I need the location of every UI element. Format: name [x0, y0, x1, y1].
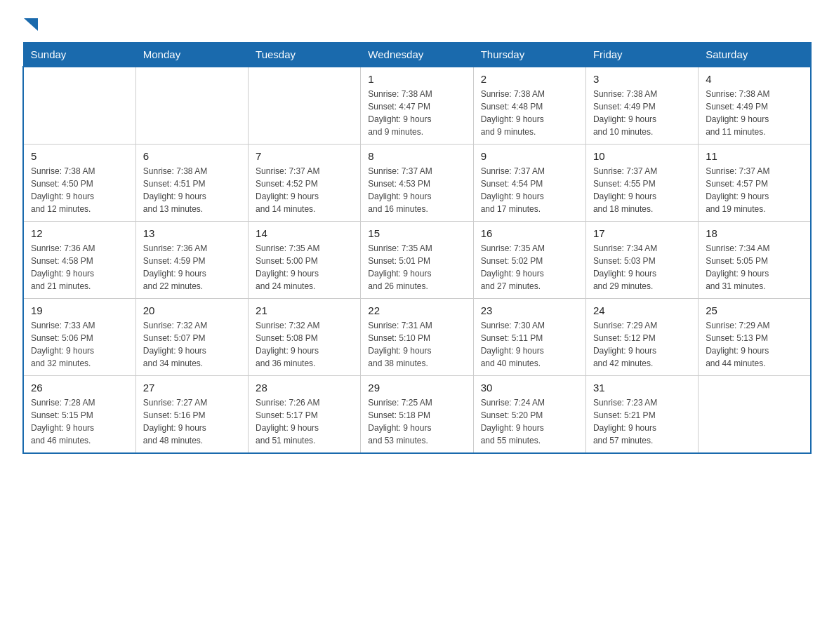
calendar-cell: 30Sunrise: 7:24 AM Sunset: 5:20 PM Dayli… [473, 376, 585, 454]
weekday-header-saturday: Saturday [699, 43, 811, 67]
day-info: Sunrise: 7:38 AM Sunset: 4:51 PM Dayligh… [143, 165, 241, 215]
day-info: Sunrise: 7:29 AM Sunset: 5:13 PM Dayligh… [706, 319, 803, 370]
day-number: 9 [481, 150, 578, 162]
calendar-cell: 20Sunrise: 7:32 AM Sunset: 5:07 PM Dayli… [135, 299, 248, 376]
day-info: Sunrise: 7:30 AM Sunset: 5:11 PM Dayligh… [481, 319, 578, 370]
calendar-cell: 22Sunrise: 7:31 AM Sunset: 5:10 PM Dayli… [361, 299, 473, 376]
day-info: Sunrise: 7:37 AM Sunset: 4:54 PM Dayligh… [481, 165, 578, 215]
day-number: 18 [706, 227, 803, 239]
calendar-cell: 6Sunrise: 7:38 AM Sunset: 4:51 PM Daylig… [135, 145, 248, 222]
day-number: 2 [481, 73, 578, 85]
day-number: 24 [593, 304, 691, 316]
weekday-header-thursday: Thursday [473, 43, 585, 67]
calendar-cell: 5Sunrise: 7:38 AM Sunset: 4:50 PM Daylig… [23, 145, 135, 222]
calendar-cell: 14Sunrise: 7:35 AM Sunset: 5:00 PM Dayli… [249, 222, 361, 299]
day-info: Sunrise: 7:35 AM Sunset: 5:01 PM Dayligh… [368, 242, 465, 293]
day-info: Sunrise: 7:23 AM Sunset: 5:21 PM Dayligh… [593, 396, 691, 447]
calendar-cell: 2Sunrise: 7:38 AM Sunset: 4:48 PM Daylig… [473, 67, 585, 145]
calendar-cell: 15Sunrise: 7:35 AM Sunset: 5:01 PM Dayli… [361, 222, 473, 299]
calendar-cell: 19Sunrise: 7:33 AM Sunset: 5:06 PM Dayli… [23, 299, 135, 376]
weekday-header-monday: Monday [135, 43, 248, 67]
day-number: 1 [368, 73, 465, 85]
calendar-cell: 8Sunrise: 7:37 AM Sunset: 4:53 PM Daylig… [361, 145, 473, 222]
calendar-cell: 11Sunrise: 7:37 AM Sunset: 4:57 PM Dayli… [699, 145, 811, 222]
calendar-cell [135, 67, 248, 145]
day-number: 4 [706, 73, 803, 85]
calendar-cell: 18Sunrise: 7:34 AM Sunset: 5:05 PM Dayli… [699, 222, 811, 299]
day-info: Sunrise: 7:32 AM Sunset: 5:07 PM Dayligh… [143, 319, 241, 370]
day-number: 26 [31, 382, 128, 394]
calendar-week-row: 12Sunrise: 7:36 AM Sunset: 4:58 PM Dayli… [23, 222, 811, 299]
day-number: 31 [593, 382, 691, 394]
day-number: 15 [368, 227, 465, 239]
calendar-cell: 24Sunrise: 7:29 AM Sunset: 5:12 PM Dayli… [585, 299, 698, 376]
calendar-cell: 3Sunrise: 7:38 AM Sunset: 4:49 PM Daylig… [585, 67, 698, 145]
calendar-cell: 12Sunrise: 7:36 AM Sunset: 4:58 PM Dayli… [23, 222, 135, 299]
day-number: 28 [256, 382, 353, 394]
calendar-cell: 28Sunrise: 7:26 AM Sunset: 5:17 PM Dayli… [249, 376, 361, 454]
calendar-cell: 13Sunrise: 7:36 AM Sunset: 4:59 PM Dayli… [135, 222, 248, 299]
calendar-cell: 7Sunrise: 7:37 AM Sunset: 4:52 PM Daylig… [249, 145, 361, 222]
header [22, 17, 812, 31]
day-info: Sunrise: 7:29 AM Sunset: 5:12 PM Dayligh… [593, 319, 691, 370]
weekday-header-row: SundayMondayTuesdayWednesdayThursdayFrid… [23, 43, 811, 67]
calendar-cell: 27Sunrise: 7:27 AM Sunset: 5:16 PM Dayli… [135, 376, 248, 454]
calendar-cell: 26Sunrise: 7:28 AM Sunset: 5:15 PM Dayli… [23, 376, 135, 454]
day-number: 14 [256, 227, 353, 239]
calendar-cell [23, 67, 135, 145]
logo-arrow-icon [24, 18, 38, 31]
day-info: Sunrise: 7:37 AM Sunset: 4:52 PM Dayligh… [256, 165, 353, 215]
day-number: 6 [143, 150, 241, 162]
weekday-header-wednesday: Wednesday [361, 43, 473, 67]
day-info: Sunrise: 7:37 AM Sunset: 4:57 PM Dayligh… [706, 165, 803, 215]
calendar-cell: 29Sunrise: 7:25 AM Sunset: 5:18 PM Dayli… [361, 376, 473, 454]
day-number: 8 [368, 150, 465, 162]
day-number: 13 [143, 227, 241, 239]
calendar-week-row: 5Sunrise: 7:38 AM Sunset: 4:50 PM Daylig… [23, 145, 811, 222]
day-number: 25 [706, 304, 803, 316]
day-number: 29 [368, 382, 465, 394]
calendar-table: SundayMondayTuesdayWednesdayThursdayFrid… [22, 42, 812, 454]
day-number: 22 [368, 304, 465, 316]
day-number: 23 [481, 304, 578, 316]
svg-marker-0 [24, 18, 38, 31]
day-number: 11 [706, 150, 803, 162]
calendar-cell: 9Sunrise: 7:37 AM Sunset: 4:54 PM Daylig… [473, 145, 585, 222]
day-number: 10 [593, 150, 691, 162]
day-info: Sunrise: 7:25 AM Sunset: 5:18 PM Dayligh… [368, 396, 465, 447]
day-number: 3 [593, 73, 691, 85]
calendar-cell: 16Sunrise: 7:35 AM Sunset: 5:02 PM Dayli… [473, 222, 585, 299]
day-info: Sunrise: 7:38 AM Sunset: 4:50 PM Dayligh… [31, 165, 128, 215]
calendar-week-row: 26Sunrise: 7:28 AM Sunset: 5:15 PM Dayli… [23, 376, 811, 454]
day-info: Sunrise: 7:34 AM Sunset: 5:03 PM Dayligh… [593, 242, 691, 293]
day-info: Sunrise: 7:37 AM Sunset: 4:55 PM Dayligh… [593, 165, 691, 215]
calendar-week-row: 19Sunrise: 7:33 AM Sunset: 5:06 PM Dayli… [23, 299, 811, 376]
calendar-cell: 21Sunrise: 7:32 AM Sunset: 5:08 PM Dayli… [249, 299, 361, 376]
calendar-cell: 17Sunrise: 7:34 AM Sunset: 5:03 PM Dayli… [585, 222, 698, 299]
day-number: 7 [256, 150, 353, 162]
day-info: Sunrise: 7:38 AM Sunset: 4:47 PM Dayligh… [368, 88, 465, 138]
day-info: Sunrise: 7:28 AM Sunset: 5:15 PM Dayligh… [31, 396, 128, 447]
day-info: Sunrise: 7:36 AM Sunset: 4:59 PM Dayligh… [143, 242, 241, 293]
day-number: 5 [31, 150, 128, 162]
calendar-cell [249, 67, 361, 145]
day-info: Sunrise: 7:38 AM Sunset: 4:48 PM Dayligh… [481, 88, 578, 138]
day-number: 30 [481, 382, 578, 394]
day-number: 17 [593, 227, 691, 239]
calendar-cell: 25Sunrise: 7:29 AM Sunset: 5:13 PM Dayli… [699, 299, 811, 376]
day-info: Sunrise: 7:36 AM Sunset: 4:58 PM Dayligh… [31, 242, 128, 293]
calendar-cell: 1Sunrise: 7:38 AM Sunset: 4:47 PM Daylig… [361, 67, 473, 145]
day-info: Sunrise: 7:38 AM Sunset: 4:49 PM Dayligh… [706, 88, 803, 138]
calendar-cell: 10Sunrise: 7:37 AM Sunset: 4:55 PM Dayli… [585, 145, 698, 222]
weekday-header-tuesday: Tuesday [249, 43, 361, 67]
day-number: 27 [143, 382, 241, 394]
day-info: Sunrise: 7:31 AM Sunset: 5:10 PM Dayligh… [368, 319, 465, 370]
day-number: 12 [31, 227, 128, 239]
day-info: Sunrise: 7:27 AM Sunset: 5:16 PM Dayligh… [143, 396, 241, 447]
day-info: Sunrise: 7:35 AM Sunset: 5:02 PM Dayligh… [481, 242, 578, 293]
day-info: Sunrise: 7:34 AM Sunset: 5:05 PM Dayligh… [706, 242, 803, 293]
calendar-cell: 4Sunrise: 7:38 AM Sunset: 4:49 PM Daylig… [699, 67, 811, 145]
day-info: Sunrise: 7:35 AM Sunset: 5:00 PM Dayligh… [256, 242, 353, 293]
day-number: 16 [481, 227, 578, 239]
day-info: Sunrise: 7:32 AM Sunset: 5:08 PM Dayligh… [256, 319, 353, 370]
